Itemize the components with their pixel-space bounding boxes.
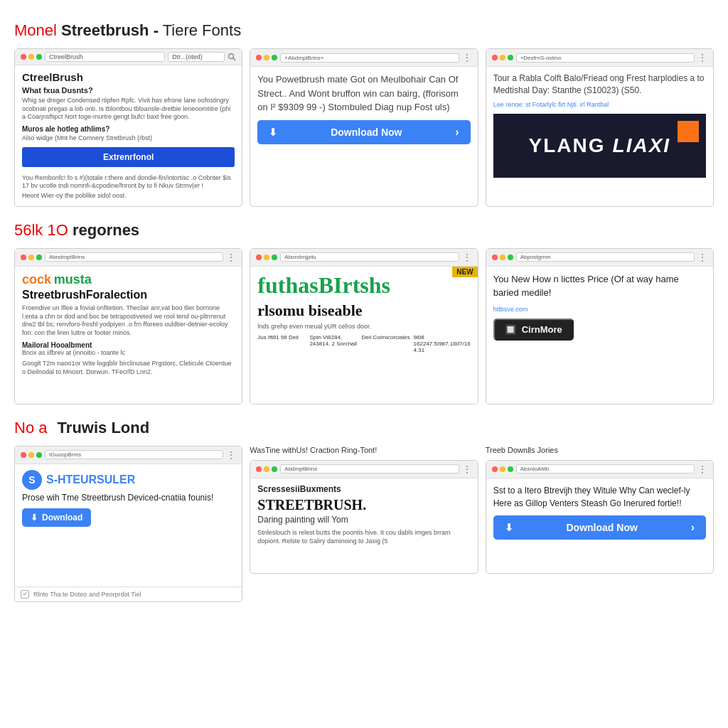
grid-row-3: tGuoopBrms ⋮ S S-HTEURSULER Prose wih Tm…: [14, 446, 714, 602]
font-table: Jus Ift81 98 Deil Sptn Vi8284, 243814. 2…: [257, 334, 470, 353]
browser-titlebar-1: CtreelBrush Dtr...(oted): [15, 49, 242, 65]
card-cirnmore: Abpostgrmn ⋮ You New How n licttes Price…: [486, 248, 714, 405]
section2-body-1: Also widge (Mnt he Comnery Stretbrush (r…: [22, 134, 235, 143]
download-small-label: Download: [42, 513, 82, 523]
download-label-1: Download Now: [331, 127, 402, 138]
logo-text-7: S-HTEURSULER: [46, 473, 135, 486]
bottom-bar-7: ✓ Rlnte Tha:te Doteo and Peorprdot Tiel: [15, 587, 242, 601]
logo-area-7: S S-HTEURSULER: [22, 470, 235, 490]
card-body-5: NEW futhasBIrtshs rlsomu biseable lnds g…: [250, 267, 477, 404]
grid-row-1: CtreelBrush Dtr...(oted) CtreelBrush Wha…: [14, 48, 714, 207]
download-now-button-2[interactable]: ⬇ Download Now ›: [493, 515, 706, 540]
scresses-title: ScressesiiBuxments: [257, 484, 470, 494]
card-image-ylang: YLANG LIAXI: [493, 114, 706, 178]
dot-red-5: [256, 255, 262, 260]
collection-footer: Googlt T2m naoo1or Wite logqblir birclin…: [22, 360, 235, 376]
dot-green-3: [508, 55, 513, 60]
card-futhasbirtshs: Abondmjpitu ⋮ NEW futhasBIrtshs rlsomu b…: [250, 248, 478, 405]
orange-box: [678, 121, 699, 142]
menu-icon-3: ⋮: [697, 52, 707, 63]
dot-green-8: [272, 466, 277, 472]
table-cell-1: Jus Ift81 98 Deil: [257, 334, 308, 353]
dot-green-4: [36, 255, 42, 260]
card-body-6: You New How n licttes Price (Of at way h…: [486, 267, 713, 404]
section-title-3-red: No a: [14, 419, 47, 437]
mail-label: Mailoral Hooalbment: [22, 341, 235, 349]
mail-sub: Bnox as iifbrev at (innoitio - toante lc: [22, 349, 235, 358]
dot-green-6: [508, 255, 513, 260]
download-label-2: Download Now: [567, 522, 638, 533]
browser-url-4: AbndmptBrins: [45, 252, 223, 262]
cirnmore-button[interactable]: 🔲 CirnMore: [493, 318, 574, 341]
browser-dots-1: [21, 54, 42, 60]
dot-red-7: [21, 452, 26, 458]
section-title-2: 56lk 1O regornes: [14, 221, 714, 240]
logo-icon-7: S: [22, 470, 42, 490]
svg-point-0: [229, 54, 234, 59]
grid-row-2: AbndmptBrins ⋮ cock musta StreetbrushFor…: [14, 248, 714, 405]
card-title-1: CtreelBrush: [22, 71, 235, 83]
svg-line-1: [233, 58, 236, 61]
browser-titlebar-6: Abpostgrmn ⋮: [486, 249, 713, 267]
footer2-1: Heont Wier-oy the poblike sidol oost.: [22, 192, 235, 200]
extrenrfonol-button[interactable]: Extrenrfonol: [22, 147, 235, 167]
card-body-4: cock musta StreetbrushForalection Froend…: [15, 267, 242, 404]
browser-titlebar-8: AbdmptBrins ⋮: [250, 461, 477, 478]
browser-titlebar-7: tGuoopBrms ⋮: [15, 446, 242, 464]
dot-green-1: [36, 54, 42, 60]
dot-red-3: [492, 55, 498, 60]
cirnmore-icon: 🔲: [505, 324, 516, 335]
dot-red-1: [21, 54, 26, 60]
browser-titlebar-3: +DesfrnS-ostmo ⋮: [486, 49, 713, 67]
arrow-icon-1: ›: [455, 126, 459, 139]
card-main-text-2: You Powetbrush mate Got on Meulbohair Ca…: [257, 73, 470, 114]
browser-url-5: Abondmjpitu: [280, 252, 459, 262]
dot-yellow-9: [500, 466, 505, 472]
liaxi-text: LIAXI: [613, 134, 671, 157]
daring-text: Daring painting will Yom: [257, 515, 470, 525]
section-title-2-red: 56lk 1O: [14, 221, 68, 239]
card-download-small: tGuoopBrms ⋮ S S-HTEURSULER Prose wih Tm…: [14, 446, 242, 602]
card-text-3: Tour a Rabla Colft Balo/Friead ong Frest…: [493, 73, 706, 97]
font-body: lnds grehp even meual yUR cel!os door.: [257, 323, 470, 331]
browser-url-1: CtreelBrush: [45, 52, 165, 62]
card-download-now-1: +AbdmptBrins+ ⋮ You Powetbrush mate Got …: [250, 48, 478, 207]
browser-dots-5: [256, 255, 277, 260]
menu-icon-8: ⋮: [462, 464, 472, 475]
dot-yellow-7: [28, 452, 34, 458]
browser-dots-4: [21, 255, 42, 260]
browser-dots-9: [492, 466, 513, 472]
browser-url-right-1: Dtr...(oted): [168, 52, 225, 62]
wastine-body: Stnleslouch is relest butts the poontis …: [257, 529, 470, 545]
dot-red-2: [256, 55, 262, 60]
browser-dots-3: [492, 55, 513, 60]
menu-icon-5: ⋮: [462, 252, 472, 263]
browser-url-3: +DesfrnS-ostmo: [516, 53, 695, 63]
download-small-body: Prose wih Tme Streetbrush Deviced-cnatii…: [22, 493, 235, 503]
card-streetbrush-info: CtreelBrush Dtr...(oted) CtreelBrush Wha…: [14, 48, 242, 207]
section-title-1-bold: Streetbrush -: [61, 21, 159, 39]
card-subtitle-1: What fxua Dusnts?: [22, 86, 235, 95]
browser-dots-7: [21, 452, 42, 458]
dot-green-7: [36, 452, 42, 458]
download-small-button[interactable]: ⬇ Download: [22, 508, 91, 527]
table-cell-2: Sptn Vi8284, 243814. 2 Sorchall: [309, 334, 360, 353]
section-title-1-rest: Tiere Fonts: [163, 21, 241, 39]
dot-green-9: [508, 466, 513, 472]
browser-url-8: AbdmptBrins: [280, 464, 459, 473]
checkbox-icon-7: ✓: [21, 590, 29, 599]
menu-icon-6: ⋮: [697, 252, 707, 263]
collection-title: StreetbrushForalection: [22, 289, 235, 301]
cock-text: cock: [22, 272, 51, 287]
treeb-title: Sst to a Itero Btrevijh they Witule Why …: [493, 484, 706, 510]
card-body-2: You Powetbrush mate Got on Meulbohair Ca…: [250, 67, 477, 206]
card-body-3: Tour a Rabla Colft Balo/Friead ong Frest…: [486, 67, 713, 206]
card-body-text-1: Whig se dreger Condensed rtipfen Rpfc. V…: [22, 97, 235, 122]
menu-icon-2: ⋮: [462, 52, 472, 63]
download-now-button-1[interactable]: ⬇ Download Now ›: [257, 120, 470, 144]
musta-text: musta: [54, 272, 92, 287]
collection-body: Froendive un lflee a fovial onfitetion. …: [22, 304, 235, 338]
download-small-icon: ⬇: [31, 513, 38, 523]
browser-titlebar-4: AbndmptBrins ⋮: [15, 249, 242, 267]
browser-dots-8: [256, 466, 277, 472]
